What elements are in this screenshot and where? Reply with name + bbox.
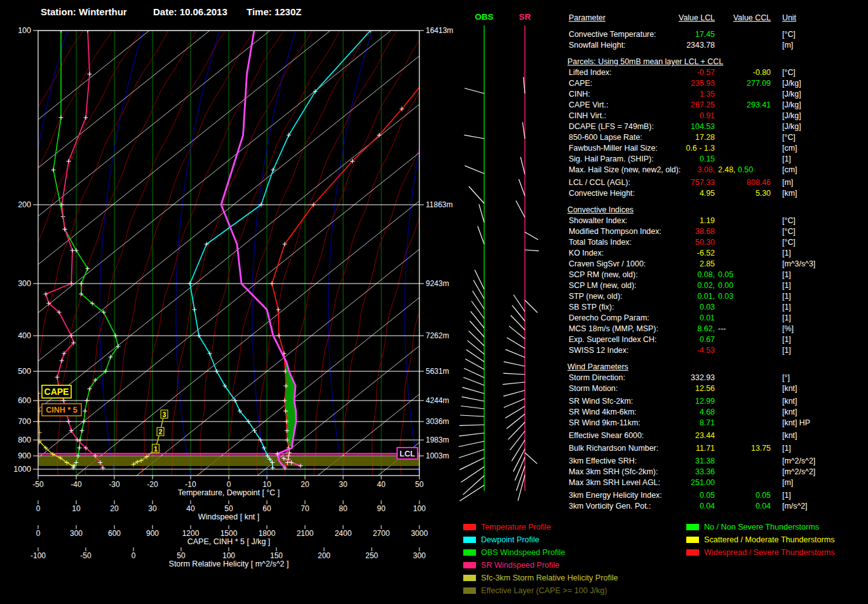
axis-tick-label: 1800: [259, 529, 276, 538]
altitude-label: 5631m: [426, 367, 449, 376]
param-value: 293.41: [747, 100, 771, 109]
axis-tick-label: 60: [262, 504, 271, 513]
param-name: Storm Direction:: [569, 373, 625, 383]
table-row: Convective Height:4.955.30[km]: [567, 188, 868, 199]
table-row: Max 3km SRH (Sfc-2km):33.36[m^2/s^2]: [567, 467, 868, 477]
severity-legend: No / Non Severe ThunderstormsScattered /…: [686, 521, 835, 559]
altitude-label: 16413m: [426, 26, 453, 35]
axis-tick-label: -10: [185, 480, 196, 489]
table-row: Max. Hail Size (new, new2, old):3.08,2.4…: [567, 165, 868, 175]
param-value: 235.93: [691, 79, 715, 88]
param-unit: [knt]: [782, 430, 797, 441]
axis-tick-label: 150: [270, 551, 283, 560]
param-value: 8.62,: [697, 324, 715, 333]
skewt-profiles: 123: [36, 29, 425, 470]
param-value: 1.35: [700, 90, 715, 99]
table-row: Derecho Comp Param:0.01[1]: [567, 313, 868, 324]
legend-swatch: [463, 587, 476, 594]
axis-tick-label: 30: [339, 480, 348, 489]
param-value: 808.46: [747, 178, 771, 187]
legend-label: Effective Layer (CAPE >= 100 J/kg): [481, 586, 607, 595]
legend-swatch: [463, 549, 476, 556]
param-unit: [°C]: [782, 132, 796, 143]
table-row: Storm Motion:12.56[knt]: [567, 383, 868, 394]
legend-swatch: [686, 549, 699, 556]
legend-label: SR Windspeed Profile: [481, 561, 559, 570]
legend-swatch: [686, 524, 699, 530]
param-value: 4.68: [700, 408, 715, 416]
param-unit: [J/kg]: [782, 89, 801, 100]
param-value: 757.33: [691, 178, 715, 187]
altitude-label: 11863m: [426, 200, 452, 209]
param-value: 50.30: [695, 238, 715, 247]
param-name: KO Index:: [569, 248, 604, 259]
legend-label: Widespread / Severe Thunderstorms: [704, 548, 835, 557]
axis-tick-label: -50: [80, 551, 92, 560]
axis-title: Storm Relative Helicity [ m^2/s^2 ]: [169, 559, 289, 568]
obs-wind-barbs: [459, 88, 484, 501]
table-row: Lifted Index:-0.57-0.80[°C]: [567, 67, 868, 78]
km-marker-label: 1: [154, 446, 158, 453]
param-name: Convective Height:: [569, 188, 635, 199]
profile-legend: Temperature ProfileDewpoint ProfileOBS W…: [463, 521, 618, 597]
param-name: CAPE:: [569, 78, 592, 89]
param-value: 277.09: [747, 79, 771, 88]
altitude-label: 9243m: [426, 279, 449, 288]
table-row: Bulk Richardson Number:11.7113.75[1]: [567, 443, 868, 454]
axis-tick-label: 2700: [373, 529, 390, 538]
param-value: 12.99: [695, 397, 715, 406]
param-value: 0.04: [700, 502, 715, 511]
param-value: 267.25: [691, 100, 715, 109]
wind-barb-columns: OBSSR: [459, 12, 539, 501]
km-marker-label: 3: [163, 411, 166, 418]
axis-tick-label: 1500: [220, 529, 238, 538]
param-value: 8.71: [700, 418, 715, 427]
param-value: 2343.78: [686, 41, 715, 50]
param-name: SCP RM (new, old):: [569, 270, 638, 280]
lcl-box-label: LCL: [400, 450, 416, 458]
param-value: 38.68: [695, 227, 715, 236]
axis-tick-label: 300: [413, 551, 426, 560]
param-name: SR Wind 9km-11km:: [569, 418, 641, 429]
table-row: CINH:1.35[J/kg]: [567, 89, 868, 100]
param-name: Total Totals Index:: [569, 237, 632, 248]
legend-label: Scattered / Moderate Thunderstorms: [704, 535, 835, 544]
param-unit: [m^2/s^2]: [782, 467, 815, 477]
legend-item: Scattered / Moderate Thunderstorms: [686, 533, 835, 546]
axis-tick-label: 40: [186, 504, 195, 513]
param-name: 3km Effective SRH:: [569, 456, 637, 467]
table-row: SR Wind Sfc-2km:12.99[knt]: [567, 396, 868, 407]
param-name: SB STP (fix):: [569, 302, 614, 313]
param-value: ---: [718, 324, 726, 333]
station-title: Station: Winterthur: [41, 6, 127, 17]
param-unit: [°C]: [782, 226, 796, 237]
param-unit: [1]: [782, 443, 791, 454]
param-name: Storm Motion:: [569, 383, 618, 394]
table-row: Max 3km SRH Level AGL:251.00[m]: [567, 477, 868, 488]
param-unit: [m^2/s^2]: [782, 456, 815, 467]
param-value: 0.91: [700, 111, 715, 120]
param-value: 5.30: [756, 189, 771, 198]
param-unit: [°C]: [782, 29, 796, 40]
axis-tick-label: 50: [415, 480, 424, 489]
param-unit: [m]: [782, 177, 793, 188]
chart-annotations: CAPECINH * 5LCL: [42, 385, 417, 459]
param-name: Lifted Index:: [569, 67, 612, 78]
param-value: 11.71: [696, 444, 715, 453]
altitude-label: 3036m: [426, 417, 449, 426]
param-value: 3.08,: [697, 165, 715, 174]
table-row: CAPE:235.93277.09[J/kg]: [567, 78, 868, 89]
pressure-tick-label: 200: [18, 200, 31, 209]
table-row: 3km Vorticity Gen. Pot.:0.040.04[m/s^2]: [567, 501, 868, 512]
param-unit: [km]: [782, 188, 797, 199]
legend-item: SR Windspeed Profile: [463, 559, 618, 572]
legend-label: OBS Windspeed Profile: [481, 548, 565, 557]
param-value: 0.67: [700, 335, 715, 344]
table-row: Convective Temperature:17.45[°C]: [567, 29, 868, 40]
param-value: -0.80: [753, 68, 771, 77]
table-row: CINH Virt.:0.91[J/kg]: [567, 111, 868, 121]
param-value: 0.05: [756, 491, 771, 500]
table-row: LCL / CCL (AGL):757.33808.46[m]: [567, 177, 868, 188]
legend-item: No / Non Severe Thunderstorms: [686, 521, 835, 533]
param-unit: [%]: [782, 324, 794, 334]
